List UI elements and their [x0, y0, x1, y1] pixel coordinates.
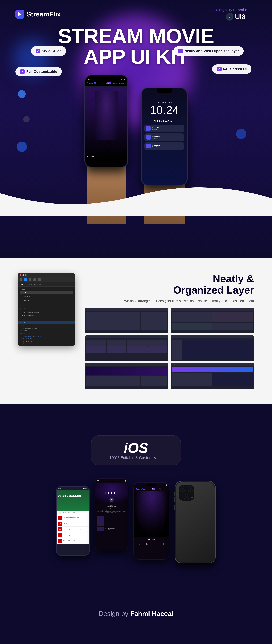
layer-mirrors[interactable]: ○ vistas/linear/mirroring-screen — [18, 335, 75, 337]
sf2-time: 9:41 — [136, 484, 138, 486]
layer-frame141[interactable]: ▸ ▣ Frame 141 — [18, 340, 75, 342]
layer-home-icon: ⊞ — [20, 322, 21, 323]
phone-cbs: 9:41 ●●● ▲ ▓ @ CBS MORNING All Video Ser… — [56, 486, 90, 556]
cbs-news-list: CBS CBS 2 News This Morning at 5am CBS C… — [57, 515, 89, 544]
page-ui-screen[interactable]: ✓ UI Screen — [20, 291, 73, 294]
thumb2-card3 — [172, 322, 212, 330]
nav-series[interactable]: Series — [100, 82, 106, 84]
thumb6-dot1 — [172, 364, 172, 365]
ep-title-3: Big Mouth, Episode 3 — [105, 528, 114, 529]
nav-categories[interactable]: Categories ▾ — [117, 82, 126, 84]
streamflix-phone: 9:41 ●●● ▲ ▓ StreamFlix Series Films Liv… — [84, 75, 128, 168]
layer-home-cats[interactable]: ⊞ Home Categories — [18, 314, 75, 317]
sf2-series[interactable]: Series — [146, 488, 151, 490]
cbs-header: @ CBS MORNING — [57, 490, 89, 511]
camera-lens-2 — [188, 486, 193, 492]
thumb2-title: Visual Keyword — [176, 308, 184, 310]
hero-title-line2: APP UI KIT — [84, 45, 188, 68]
layer-more[interactable]: ⊞ More — [18, 304, 75, 307]
sf2-home-icon[interactable]: ⌂ — [138, 543, 140, 545]
cbs-tab-video[interactable]: Video — [63, 512, 66, 514]
dynamic-island — [156, 88, 172, 93]
tab-layers[interactable]: Layers — [20, 282, 24, 286]
sf2-cats[interactable]: Categories ▾ — [160, 488, 168, 490]
svg-text:UI: UI — [229, 16, 230, 18]
news-thumb-label-2: CBS — [59, 523, 61, 524]
check-icon-screens: ✓ — [217, 67, 222, 71]
sf2-bottom: Top Filmss ⌂ 🔍 ♡ 👤 — [134, 537, 169, 546]
footer-section: Design by Fahmi Haecal — [0, 600, 272, 628]
layer-navbar[interactable]: ○ Navbar — [18, 329, 75, 332]
footer-author: Fahmi Haecal — [130, 610, 173, 617]
notif-text-1: StreamFlix StreamFlix... — [152, 127, 182, 130]
layer-frame142[interactable]: ▸ ▣ Frame 142 — [18, 337, 75, 340]
news-text-3: CBS Sport HQ - Latest News Coverage — [63, 528, 81, 530]
layer-hf-label: Home Filmss — [22, 318, 31, 320]
layer-hc-icon: ⊞ — [20, 315, 21, 316]
thumb5-title: Home — [88, 364, 91, 365]
design-by-text: Design By Fahmi Haecal — [215, 8, 256, 12]
layer-live[interactable]: ⊞ Live — [18, 307, 75, 310]
cbs-tab-all[interactable]: All — [58, 512, 62, 514]
news-item-2: CBS CBS Morning News — [57, 521, 89, 526]
nav-dot-1 — [90, 163, 91, 163]
svg-marker-0 — [18, 12, 22, 16]
layer-home-cats-selected[interactable]: ⊞ Home Categories Selected — [18, 310, 75, 314]
news-thumb-label-3: CBS — [59, 529, 61, 530]
news-item-1: CBS CBS 2 News This Morning at 5am — [57, 515, 89, 521]
play-button[interactable]: ▶ — [110, 498, 114, 502]
layer-home[interactable]: ⊞ Home — [18, 320, 75, 324]
layer-mirrors-icon: ○ — [21, 336, 22, 337]
screenshot-thumb-2: Visual Keyword — [170, 308, 254, 333]
sf2-user-icon[interactable]: 👤 — [162, 543, 164, 545]
synopsis-text: Flash Cheng Ma Like (Ang Dab) works as a… — [97, 510, 126, 513]
page-check-icon: ✓ — [20, 292, 22, 294]
layer-home-films[interactable]: ⊞ Home Filmss — [18, 317, 75, 320]
tab-ui-screen[interactable]: UI Screen — [34, 282, 41, 286]
pages-label: Pages — [20, 288, 25, 290]
news-text-5: CBS Sport HQ - Latest News Coverage — [63, 540, 81, 542]
power-button — [216, 502, 216, 510]
cbs-tab-series[interactable]: Series — [67, 512, 70, 514]
layer-mirrors-label: vistas/linear/mirroring-screen — [23, 335, 41, 337]
layer-status-bar[interactable]: ▸ ▣ Status Bar (iPhone) — [18, 327, 75, 329]
layer-hcs-label: Home Categories Selected — [22, 311, 40, 313]
thumb4-dot1 — [172, 336, 172, 337]
cbs-tab-games[interactable]: Games — [72, 512, 75, 514]
layers-title: Neatly & Organized Layer — [85, 273, 254, 296]
thumb1-card3 — [141, 312, 168, 330]
footer-text: Design by Fahmi Haecal — [16, 610, 256, 618]
lock-date-area: Monday, 12 June 10.24 — [144, 101, 184, 116]
sf2-live[interactable]: Live — [156, 488, 160, 490]
sf2-status: 9:41 ▲ ▓ — [134, 483, 169, 488]
thumb4-title: Recommended Play Series — [174, 336, 186, 338]
page-thumbnail[interactable]: ✓ Thumbnail — [20, 295, 73, 298]
page-style-guide[interactable]: ✓ Style Guide — [20, 299, 73, 302]
news-thumb-label-1: CBS — [59, 518, 61, 518]
news-text-1: CBS 2 News This Morning at 5am — [63, 517, 78, 518]
sf2-island — [147, 484, 156, 486]
ep-thumb-3 — [97, 526, 104, 531]
nav-films[interactable]: Films — [106, 82, 111, 84]
movie-info-area: Director Oh Cheng Payn Hot Synopsis Flas… — [95, 503, 128, 532]
phone-notch-left — [100, 76, 113, 79]
layer-frame143[interactable]: ▸ ▣ Frame 142 — [18, 342, 75, 345]
figma-toolbar — [18, 277, 75, 282]
director-name: Oh Cheng Payn — [97, 506, 126, 507]
thumb6-grid — [172, 373, 253, 386]
tab-assets[interactable]: Assets — [27, 282, 32, 286]
app-nav-pills: Series Films Live Categories ▾ — [100, 82, 126, 84]
check-icon-style: ✓ — [36, 49, 40, 53]
page-ui-screen-label: UI Screen — [23, 292, 30, 294]
sf2-search-icon[interactable]: 🔍 — [146, 543, 148, 545]
panel-traffic-lights — [18, 273, 75, 277]
news-thumb-label-5: CBS — [59, 540, 61, 541]
thumb6-accent — [172, 367, 253, 372]
sf2-films[interactable]: Films — [152, 488, 156, 490]
ios-subtitle: 100% Editable & Customizable — [110, 456, 162, 460]
sf2-heart-icon[interactable]: ♡ — [154, 543, 156, 545]
synopsis-label: Hot Synopsis — [97, 508, 126, 509]
add-page-button[interactable]: + — [72, 288, 73, 290]
phone-right: Monday, 12 June 10.24 Notification Cente… — [141, 88, 188, 186]
nav-live[interactable]: Live — [112, 82, 116, 84]
